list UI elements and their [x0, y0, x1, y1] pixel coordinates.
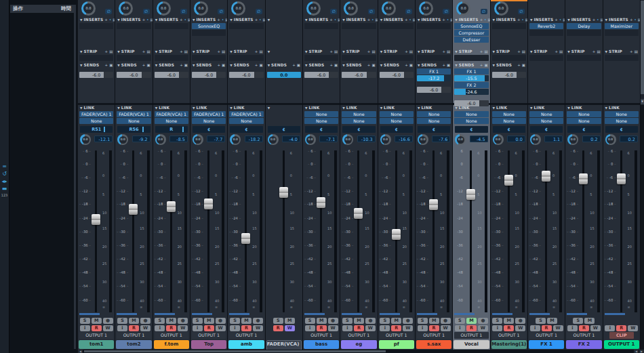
output-routing[interactable]: OUTPUT 1 — [567, 332, 601, 339]
read-automation-button[interactable]: R — [166, 325, 176, 331]
record-enable-button[interactable]: ● — [328, 318, 338, 324]
output-routing[interactable]: OUTPUT 1 — [117, 332, 150, 339]
mute-button[interactable]: M — [391, 318, 401, 324]
solo-button[interactable]: S — [342, 318, 353, 324]
insert-slot[interactable]: SonnoxEQ — [192, 23, 226, 29]
volume-readout[interactable]: -7.1 — [319, 136, 338, 142]
mute-button[interactable]: M — [429, 318, 439, 324]
phase-icon[interactable]: ∅ — [218, 9, 224, 14]
link-group-slot[interactable]: None — [567, 118, 601, 124]
add-send-icon[interactable]: + — [367, 62, 371, 68]
strip-preset-icon[interactable]: ▤ — [371, 49, 375, 54]
insert-slot-empty[interactable] — [304, 23, 338, 29]
insert-slot-empty[interactable] — [529, 30, 563, 36]
section-collapse-icon[interactable]: ▼ — [567, 106, 569, 110]
pregain-knob[interactable]: 0.0 — [494, 1, 508, 16]
add-strip-icon[interactable]: + — [255, 49, 258, 54]
strip-preset-icon[interactable]: ▤ — [484, 49, 487, 54]
bypass-inserts-icon[interactable]: • — [184, 17, 186, 22]
solo-button[interactable]: S — [117, 318, 127, 324]
add-insert-icon[interactable]: + — [255, 17, 258, 22]
bypass-inserts-icon[interactable]: • — [259, 17, 261, 22]
fader-cap[interactable] — [392, 229, 401, 240]
channel-name[interactable]: s.sax — [416, 340, 451, 349]
fader-cap[interactable] — [129, 204, 138, 215]
send-level-bar[interactable]: -6.0 — [342, 72, 376, 78]
send-level-bar[interactable]: -6.0 — [229, 72, 263, 78]
strip-slot-empty[interactable] — [155, 55, 188, 61]
scroll-left-icon[interactable]: ◀ — [78, 350, 83, 353]
volume-readout[interactable]: -7.7 — [207, 136, 225, 142]
insert-slot-empty[interactable] — [155, 23, 188, 29]
insert-slot-empty[interactable] — [567, 30, 601, 36]
history-scrollbar[interactable] — [74, 5, 76, 349]
section-collapse-icon[interactable]: ▼ — [418, 50, 420, 54]
pan-control[interactable]: ¢ — [605, 126, 638, 133]
add-strip-icon[interactable]: + — [592, 49, 596, 54]
channel-knob[interactable]: 0.0 — [193, 134, 203, 145]
fader-cap[interactable] — [279, 187, 288, 198]
phase-icon[interactable]: ∅ — [405, 9, 412, 14]
fader-track[interactable] — [432, 150, 435, 312]
vca-link-slot[interactable]: None — [492, 111, 526, 117]
phase-icon[interactable]: ∅ — [443, 9, 449, 14]
insert-slot[interactable]: Compressor — [454, 30, 488, 36]
read-automation-button[interactable]: R — [92, 325, 102, 331]
add-strip-icon[interactable]: + — [555, 49, 558, 54]
phase-icon[interactable]: ∅ — [180, 9, 187, 14]
section-collapse-icon[interactable]: ▼ — [530, 106, 532, 110]
numbers-label[interactable]: 123 — [1, 193, 8, 197]
send-destination[interactable]: FX 2 — [454, 82, 488, 88]
monitor-button[interactable]: i — [155, 325, 165, 331]
section-collapse-icon[interactable]: ▼ — [605, 50, 607, 54]
pan-control[interactable]: R — [155, 126, 188, 133]
solo-button[interactable]: S — [573, 318, 583, 324]
section-collapse-icon[interactable]: ▼ — [455, 18, 457, 22]
channel-name[interactable]: Top — [191, 340, 226, 349]
sends-preset-icon[interactable]: ▣ — [109, 62, 113, 68]
section-collapse-icon[interactable]: ▼ — [80, 64, 82, 67]
volume-readout[interactable]: -10.3 — [357, 136, 376, 142]
strip-preset-icon[interactable]: ▤ — [522, 49, 525, 54]
phase-icon[interactable]: ∅ — [105, 9, 112, 14]
read-automation-button[interactable]: R — [542, 325, 552, 331]
section-collapse-icon[interactable]: ▼ — [155, 64, 157, 67]
phase-icon[interactable]: ∅ — [256, 9, 262, 14]
strip-preset-icon[interactable]: ▤ — [222, 49, 225, 54]
add-insert-icon[interactable]: + — [367, 17, 371, 22]
mute-button[interactable]: M — [547, 318, 557, 324]
send-level-bar[interactable]: -17.2 — [417, 75, 451, 81]
link-group-slot[interactable]: None — [529, 118, 563, 124]
record-enable-button[interactable]: ● — [178, 318, 188, 324]
phase-icon[interactable]: ∅ — [330, 9, 337, 14]
channel-name[interactable]: f.tom — [154, 340, 189, 349]
section-collapse-icon[interactable]: ▼ — [493, 64, 495, 67]
section-collapse-icon[interactable]: ▼ — [117, 18, 119, 22]
link-group-slot[interactable]: None — [155, 118, 188, 124]
section-collapse-icon[interactable]: ▼ — [380, 64, 382, 67]
sends-preset-icon[interactable]: ▣ — [484, 62, 487, 68]
add-insert-icon[interactable]: + — [630, 17, 633, 22]
add-send-icon[interactable]: + — [292, 62, 296, 68]
insert-slot-empty[interactable] — [417, 23, 451, 29]
sends-preset-icon[interactable]: ▣ — [222, 62, 225, 68]
solo-button[interactable]: S — [230, 318, 240, 324]
section-collapse-icon[interactable]: ▼ — [230, 50, 232, 54]
send-level-bar[interactable]: -6.0 — [79, 72, 113, 78]
send-level-bar[interactable]: 0.0 — [267, 72, 301, 78]
channel-name[interactable]: pf — [379, 340, 414, 349]
volume-readout[interactable]: 0.2 — [582, 136, 601, 142]
pregain-knob[interactable]: 0.0 — [456, 1, 470, 16]
record-enable-button[interactable]: ● — [216, 318, 226, 324]
link-group-slot[interactable]: None — [454, 118, 488, 124]
section-collapse-icon[interactable]: ▼ — [80, 50, 82, 54]
write-button[interactable]: W — [178, 325, 188, 331]
strip-slot-empty[interactable] — [342, 55, 376, 61]
link-group-slot[interactable]: None — [417, 118, 451, 124]
record-enable-button[interactable]: ● — [403, 318, 413, 324]
bypass-inserts-icon[interactable]: • — [635, 17, 637, 22]
solo-button[interactable]: S — [492, 318, 502, 324]
insert-slot[interactable]: Reverb2 — [529, 23, 563, 29]
mute-button[interactable]: M — [317, 318, 327, 324]
section-collapse-icon[interactable]: ▼ — [230, 64, 232, 67]
